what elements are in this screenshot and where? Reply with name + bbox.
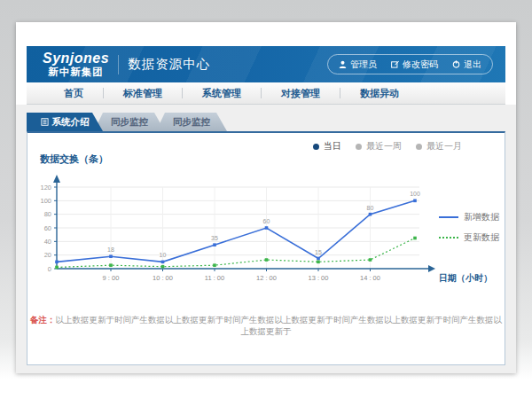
app-title: 数据资源中心	[128, 56, 210, 73]
radio-dot	[356, 144, 362, 150]
nav-item-standard-mgmt[interactable]: 标准管理	[104, 87, 182, 100]
svg-text:11 : 00: 11 : 00	[205, 274, 224, 282]
svg-text:14 : 00: 14 : 00	[360, 274, 380, 282]
logo-secondary: 新中新集团	[43, 66, 109, 77]
header: Synjones 新中新集团 数据资源中心 管理员 修改密码	[27, 46, 505, 82]
tab-sync-monitor-2[interactable]: 同步监控	[156, 113, 227, 131]
svg-text:60: 60	[44, 224, 51, 232]
legend-item-update-data: 更新数据	[439, 231, 499, 244]
footnote-text: 以上数据更新于时间产生数据以上数据更新于时间产生数据以上数据更新于时间产生数据以…	[56, 315, 503, 336]
svg-text:10 : 00: 10 : 00	[153, 274, 173, 282]
user-menu: 管理员 修改密码 退出	[327, 54, 493, 74]
main-nav: 首页 标准管理 系统管理 对接管理 数据异动	[27, 82, 505, 105]
svg-text:80: 80	[44, 210, 51, 218]
legend-label: 新增数据	[464, 211, 499, 223]
nav-item-system-mgmt[interactable]: 系统管理	[183, 87, 261, 100]
legend-line-sample	[439, 237, 458, 239]
user-menu-logout-label: 退出	[464, 59, 481, 71]
line-chart: 0204060801001209 : 0010 : 0011 : 0012 : …	[27, 168, 505, 301]
power-icon	[452, 60, 460, 68]
radio-option-today[interactable]: 当日	[313, 140, 341, 153]
user-icon	[339, 60, 347, 68]
radio-label: 当日	[324, 140, 341, 153]
svg-text:20: 20	[44, 251, 51, 259]
svg-text:0: 0	[48, 265, 51, 273]
svg-text:15: 15	[315, 249, 322, 255]
edit-icon	[391, 60, 399, 68]
user-menu-change-password[interactable]: 修改密码	[391, 59, 438, 71]
page-card: Synjones 新中新集团 数据资源中心 管理员 修改密码	[16, 22, 516, 373]
radio-label: 最近一月	[426, 140, 462, 153]
legend-line-sample	[439, 216, 458, 218]
svg-text:10: 10	[160, 252, 167, 258]
nav-item-home[interactable]: 首页	[44, 87, 103, 100]
svg-text:12 : 00: 12 : 00	[256, 274, 277, 282]
tab-label: 同步监控	[111, 116, 148, 129]
tab-bar: 系统介绍 同步监控 同步监控	[27, 113, 227, 131]
radio-option-last-month[interactable]: 最近一月	[416, 140, 462, 153]
chart-legend: 新增数据 更新数据	[439, 211, 499, 244]
svg-text:120: 120	[40, 184, 51, 192]
tab-label: 系统介绍	[52, 116, 90, 129]
nav-item-data-change[interactable]: 数据异动	[340, 87, 419, 100]
footnote-prefix: 备注：	[30, 315, 56, 325]
user-menu-logout[interactable]: 退出	[452, 59, 481, 71]
header-divider	[118, 55, 119, 74]
nav-item-connect-mgmt[interactable]: 对接管理	[262, 87, 340, 100]
svg-text:35: 35	[211, 235, 218, 241]
svg-text:80: 80	[367, 205, 374, 211]
legend-label: 更新数据	[464, 231, 499, 244]
tab-system-intro[interactable]: 系统介绍	[27, 113, 103, 131]
logo-primary: Synjones	[43, 51, 109, 66]
user-menu-admin[interactable]: 管理员	[339, 59, 377, 71]
svg-text:100: 100	[410, 191, 420, 197]
user-menu-change-password-label: 修改密码	[403, 59, 438, 71]
document-icon	[41, 117, 49, 128]
time-filter: 当日 最近一周 最近一月	[313, 140, 462, 153]
y-axis-title: 数据交换（条）	[40, 153, 108, 166]
chart-area: 0204060801001209 : 0010 : 0011 : 0012 : …	[27, 168, 505, 301]
svg-text:日期（小时）: 日期（小时）	[439, 273, 492, 283]
logo: Synjones 新中新集团	[43, 51, 109, 77]
radio-dot	[416, 144, 422, 150]
svg-text:40: 40	[44, 238, 51, 246]
radio-label: 最近一周	[366, 140, 402, 153]
radio-dot	[313, 144, 319, 150]
svg-text:13 : 00: 13 : 00	[309, 274, 329, 282]
tab-sync-monitor-1[interactable]: 同步监控	[94, 113, 165, 131]
tab-label: 同步监控	[173, 116, 210, 129]
footnote: 备注：以上数据更新于时间产生数据以上数据更新于时间产生数据以上数据更新于时间产生…	[27, 315, 505, 338]
svg-text:18: 18	[107, 246, 114, 253]
svg-text:9 : 00: 9 : 00	[103, 274, 120, 282]
legend-item-new-data: 新增数据	[439, 211, 499, 223]
radio-option-last-week[interactable]: 最近一周	[356, 140, 402, 153]
user-menu-admin-label: 管理员	[350, 59, 377, 71]
content-panel: 当日 最近一周 最近一月 数据交换（条） 0204060801001209 : …	[27, 131, 505, 365]
content-area: 系统介绍 同步监控 同步监控 当日 最近一周	[16, 105, 516, 373]
svg-text:60: 60	[263, 218, 270, 224]
svg-text:100: 100	[40, 197, 51, 205]
